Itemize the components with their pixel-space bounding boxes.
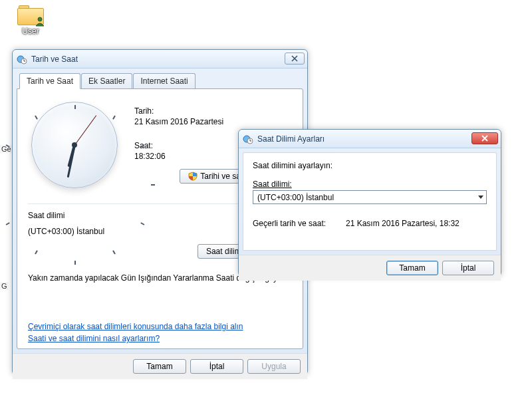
cancel-button[interactable]: İptal xyxy=(190,359,243,374)
globe-clock-icon xyxy=(243,134,253,144)
clock-second-hand xyxy=(74,115,96,145)
close-icon xyxy=(481,135,489,142)
date-label: Tarih: xyxy=(134,106,292,116)
desktop-icon-user[interactable]: User xyxy=(11,4,51,36)
close-button[interactable] xyxy=(285,53,305,65)
ok-button[interactable]: Tamam xyxy=(133,359,186,374)
close-icon xyxy=(291,55,298,62)
tab-internet-time[interactable]: Internet Saati xyxy=(133,73,195,89)
analog-clock: /* ticks generated below via JS for brev… xyxy=(28,98,121,192)
edge-fragment: G xyxy=(0,282,9,290)
close-button[interactable] xyxy=(471,132,498,144)
tab-strip: Tarih ve Saat Ek Saatler Internet Saati xyxy=(19,73,303,89)
current-datetime-label: Geçerli tarih ve saat: xyxy=(253,219,346,228)
cancel-button[interactable]: İptal xyxy=(442,261,494,275)
tab-additional-clocks[interactable]: Ek Saatler xyxy=(81,73,132,89)
window-title: Saat Dilimi Ayarları xyxy=(257,134,325,144)
instruction-text: Saat dilimini ayarlayın: xyxy=(253,161,487,170)
titlebar[interactable]: Saat Dilimi Ayarları xyxy=(239,130,501,148)
chevron-down-icon xyxy=(478,196,483,199)
user-overlay-icon xyxy=(35,16,45,27)
svg-point-0 xyxy=(38,17,42,21)
uac-shield-icon xyxy=(188,172,198,181)
timezone-select[interactable]: (UTC+03:00) İstanbul xyxy=(253,190,487,204)
date-value: 21 Kasım 2016 Pazartesi xyxy=(134,117,292,126)
link-timezone-info[interactable]: Çevrimiçi olarak saat dilimleri konusund… xyxy=(28,322,292,331)
dialog-button-bar: Tamam İptal Uygula xyxy=(13,353,307,379)
ok-button[interactable]: Tamam xyxy=(386,261,438,275)
folder-icon xyxy=(17,4,44,25)
titlebar[interactable]: Tarih ve Saat xyxy=(13,50,307,68)
window-title: Tarih ve Saat xyxy=(31,55,78,64)
timezone-field-label: Saat dilimi: xyxy=(253,180,487,189)
globe-clock-icon xyxy=(17,54,27,65)
tab-datetime[interactable]: Tarih ve Saat xyxy=(19,73,80,89)
timezone-select-value: (UTC+03:00) İstanbul xyxy=(257,193,334,202)
dialog-button-bar: Tamam İptal xyxy=(239,255,501,281)
current-datetime-value: 21 Kasım 2016 Pazartesi, 18:32 xyxy=(346,219,460,228)
apply-button[interactable]: Uygula xyxy=(247,359,301,374)
desktop-icon-label: User xyxy=(11,27,51,36)
timezone-settings-dialog: Saat Dilimi Ayarları Saat dilimini ayarl… xyxy=(238,129,501,277)
link-howto-set-time[interactable]: Saati ve saat dilimini nasıl ayarlarım? xyxy=(28,334,292,343)
